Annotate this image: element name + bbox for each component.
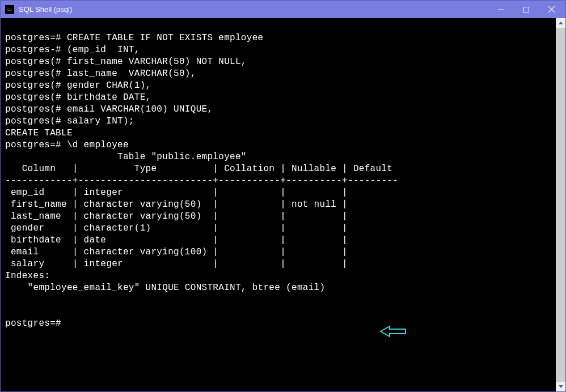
terminal-line: postgres(# salary INT); (5, 116, 134, 126)
scroll-down-button[interactable] (556, 382, 565, 391)
terminal-line: postgres=# (5, 318, 61, 329)
app-icon: C:\ (5, 5, 14, 14)
terminal-line: last_name | character varying(50) | | | (5, 211, 348, 221)
terminal-line: Column | Type | Collation | Nullable | D… (5, 164, 392, 174)
terminal-line: Table "public.employee" (5, 152, 247, 162)
maximize-button[interactable] (513, 1, 539, 18)
scroll-thumb[interactable] (556, 28, 565, 382)
svg-text:C:\: C:\ (7, 8, 12, 11)
terminal-line: postgres(# gender CHAR(1), (5, 80, 151, 91)
terminal-window: C:\ SQL Shell (psql) postgres=# CREATE T… (0, 0, 566, 392)
window-title: SQL Shell (psql) (19, 5, 488, 14)
vertical-scrollbar[interactable] (556, 18, 565, 391)
arrow-annotation (368, 313, 407, 342)
terminal-line: postgres=# \d employee (5, 140, 129, 150)
close-icon (548, 6, 555, 12)
arrow-left-icon (379, 325, 407, 338)
window-controls (488, 1, 564, 18)
minimize-icon (498, 7, 504, 12)
chevron-down-icon (559, 385, 563, 388)
terminal-line: first_name | character varying(50) | | n… (5, 199, 348, 210)
terminal-line: postgres(# email VARCHAR(100) UNIQUE, (5, 104, 213, 114)
terminal-line: gender | character(1) | | | (5, 223, 348, 233)
terminal-content[interactable]: postgres=# CREATE TABLE IF NOT EXISTS em… (1, 18, 556, 391)
terminal-line: postgres(# birthdate DATE, (5, 92, 151, 103)
terminal-line: "employee_email_key" UNIQUE CONSTRAINT, … (5, 283, 325, 293)
terminal-line: Indexes: (5, 271, 50, 281)
terminal-line: postgres(# last_name VARCHAR(50), (5, 69, 196, 79)
terminal-line: ------------+------------------------+--… (5, 176, 398, 186)
scroll-track[interactable] (556, 28, 565, 382)
terminal-line: postgres=# CREATE TABLE IF NOT EXISTS em… (5, 33, 263, 43)
svg-rect-3 (523, 7, 529, 12)
terminal-line: emp_id | integer | | | (5, 188, 348, 198)
minimize-button[interactable] (488, 1, 513, 18)
close-button[interactable] (539, 1, 564, 18)
terminal-line: postgres(# first_name VARCHAR(50) NOT NU… (5, 57, 247, 67)
terminal-line: salary | integer | | | (5, 259, 348, 269)
chevron-up-icon (559, 22, 563, 24)
terminal-line: CREATE TABLE (5, 128, 73, 138)
terminal-line: postgres-# (emp_id INT, (5, 45, 140, 55)
maximize-icon (523, 7, 529, 12)
terminal-line: email | character varying(100) | | | (5, 247, 348, 257)
scroll-up-button[interactable] (556, 18, 565, 28)
terminal-body: postgres=# CREATE TABLE IF NOT EXISTS em… (1, 18, 565, 391)
terminal-line: birthdate | date | | | (5, 235, 348, 245)
titlebar[interactable]: C:\ SQL Shell (psql) (1, 1, 565, 18)
